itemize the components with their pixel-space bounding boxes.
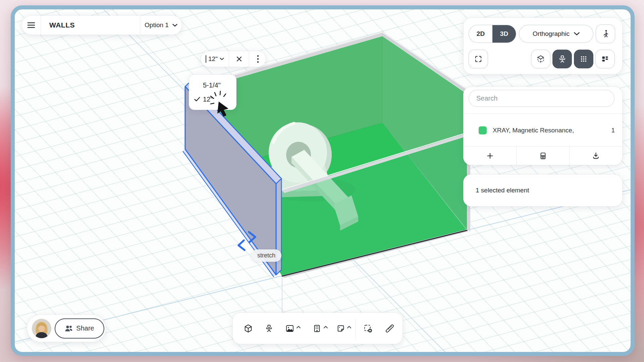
wall-size-text: 12" bbox=[208, 55, 218, 63]
walkthrough-button[interactable] bbox=[596, 24, 615, 43]
schedule-button[interactable] bbox=[516, 146, 569, 165]
element-label: XRAY, Magnetic Resonance, bbox=[493, 127, 611, 134]
wall-size-menu: 5-1/4" 12" bbox=[189, 74, 236, 110]
app-window: WALLS Option 1 12" bbox=[11, 5, 635, 356]
measure-tool[interactable] bbox=[385, 324, 394, 333]
page-title: WALLS bbox=[41, 21, 140, 29]
selection-status-text: 1 selected element bbox=[476, 187, 529, 194]
selection-status-panel: 1 selected element bbox=[463, 174, 623, 206]
furniture-icon bbox=[558, 55, 567, 63]
menu-item-12[interactable]: 12" bbox=[189, 92, 236, 106]
people-icon bbox=[65, 325, 73, 332]
export-button[interactable] bbox=[569, 146, 622, 165]
fullscreen-icon bbox=[474, 55, 482, 63]
search-input[interactable] bbox=[469, 90, 614, 107]
share-bar: Share bbox=[27, 314, 106, 342]
xray-view-button[interactable] bbox=[531, 50, 550, 68]
menu-item-label: 12" bbox=[203, 96, 213, 103]
marquee-select-tool[interactable] bbox=[364, 324, 373, 333]
building-tool[interactable] bbox=[313, 324, 321, 333]
grid-icon bbox=[580, 55, 588, 63]
layout-icon bbox=[601, 55, 609, 63]
desktop-background: WALLS Option 1 12" bbox=[0, 0, 644, 362]
wall-size-toolbar: 12" bbox=[201, 51, 266, 67]
note-tool[interactable] bbox=[337, 324, 345, 333]
chevron-down-icon bbox=[220, 58, 224, 60]
close-icon bbox=[236, 56, 242, 62]
more-options-button[interactable] bbox=[249, 51, 266, 67]
building-menu-chevron[interactable] bbox=[324, 324, 328, 330]
spreadsheet-icon bbox=[539, 152, 547, 160]
hamburger-icon bbox=[27, 22, 35, 28]
model-tool[interactable] bbox=[244, 324, 253, 333]
dimension-toggle: 2D 3D bbox=[469, 25, 516, 43]
share-button[interactable]: Share bbox=[55, 318, 104, 339]
download-icon bbox=[592, 152, 600, 160]
element-count: 1 bbox=[611, 127, 615, 134]
furniture-icon bbox=[265, 324, 273, 333]
chevron-down-icon bbox=[172, 24, 177, 27]
menu-item-label: 5-1/4" bbox=[203, 81, 221, 89]
kebab-icon bbox=[257, 55, 259, 63]
share-label: Share bbox=[76, 324, 94, 332]
close-button[interactable] bbox=[229, 51, 249, 67]
cube-icon bbox=[244, 324, 253, 333]
layout-view-button[interactable] bbox=[595, 50, 615, 68]
color-swatch bbox=[479, 126, 487, 134]
chevron-up-icon bbox=[297, 326, 301, 328]
toggle-3d[interactable]: 3D bbox=[492, 25, 516, 43]
add-element-button[interactable] bbox=[464, 146, 516, 165]
check-icon bbox=[193, 97, 201, 102]
image-menu-chevron[interactable] bbox=[297, 324, 301, 330]
toggle-2d[interactable]: 2D bbox=[469, 25, 492, 43]
furniture-view-button[interactable] bbox=[552, 50, 572, 68]
option-label: Option 1 bbox=[145, 21, 169, 29]
chevron-up-icon bbox=[347, 326, 352, 328]
note-icon bbox=[337, 324, 345, 333]
image-tool[interactable] bbox=[285, 324, 294, 333]
furniture-tool[interactable] bbox=[265, 324, 273, 333]
grid-view-button[interactable] bbox=[574, 50, 593, 68]
chevron-down-icon bbox=[574, 32, 580, 36]
projection-label: Orthographic bbox=[533, 30, 570, 38]
project-toolbar: WALLS Option 1 bbox=[21, 15, 182, 35]
plus-icon bbox=[486, 152, 494, 160]
main-menu-button[interactable] bbox=[22, 16, 41, 35]
xray-cube-icon bbox=[536, 55, 545, 63]
option-dropdown[interactable]: Option 1 bbox=[140, 21, 182, 29]
stretch-tooltip-label: stretch bbox=[257, 252, 275, 259]
element-list-item[interactable]: XRAY, Magnetic Resonance, 1 bbox=[464, 114, 622, 147]
stretch-tooltip: stretch bbox=[251, 249, 281, 262]
walk-icon bbox=[601, 29, 610, 38]
insert-toolbar bbox=[232, 312, 403, 344]
ruler-icon bbox=[385, 324, 394, 333]
chevron-up-icon bbox=[324, 326, 328, 328]
elements-panel: XRAY, Magnetic Resonance, 1 bbox=[463, 86, 623, 165]
wall-size-value[interactable]: 12" bbox=[201, 51, 229, 67]
menu-item-5-1-4[interactable]: 5-1/4" bbox=[189, 78, 236, 92]
avatar[interactable] bbox=[32, 319, 51, 338]
marquee-add-icon bbox=[364, 324, 373, 333]
elements-footer bbox=[464, 146, 622, 165]
text-caret bbox=[206, 55, 206, 63]
view-controls-panel: 2D 3D Orthographic bbox=[463, 17, 623, 74]
building-icon bbox=[313, 324, 321, 333]
note-menu-chevron[interactable] bbox=[347, 324, 352, 330]
fullscreen-button[interactable] bbox=[469, 50, 488, 68]
divider bbox=[355, 319, 356, 339]
projection-dropdown[interactable]: Orthographic bbox=[519, 25, 593, 43]
image-icon bbox=[285, 324, 294, 333]
